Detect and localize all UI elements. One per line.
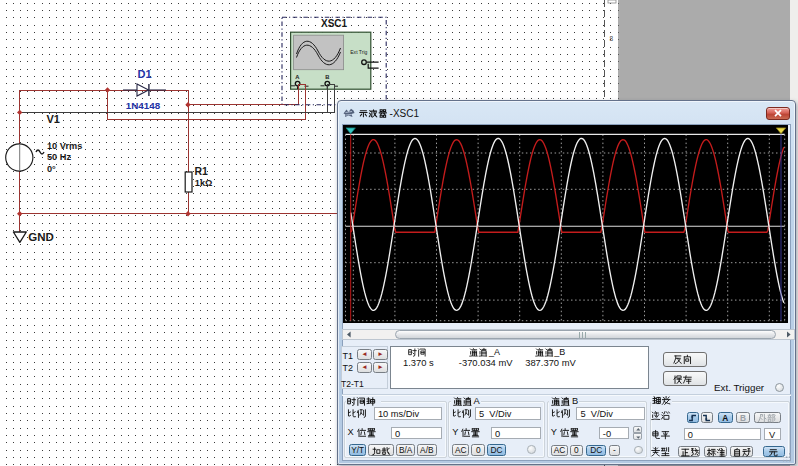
svg-text:Ext Trig: Ext Trig bbox=[350, 49, 367, 55]
svg-text:B: B bbox=[325, 74, 329, 80]
svg-text:V1: V1 bbox=[47, 113, 60, 125]
svg-text:1kΩ: 1kΩ bbox=[195, 178, 213, 188]
svg-text:50 Hz: 50 Hz bbox=[47, 152, 71, 162]
svg-text:R1: R1 bbox=[195, 165, 209, 177]
svg-text:0°: 0° bbox=[47, 164, 56, 174]
svg-text:D1: D1 bbox=[138, 68, 152, 80]
svg-text:XSC1: XSC1 bbox=[321, 18, 348, 29]
svg-text:1N4148: 1N4148 bbox=[126, 100, 161, 111]
svg-text:GND: GND bbox=[28, 231, 54, 243]
svg-text:10 Vrms: 10 Vrms bbox=[47, 141, 82, 151]
